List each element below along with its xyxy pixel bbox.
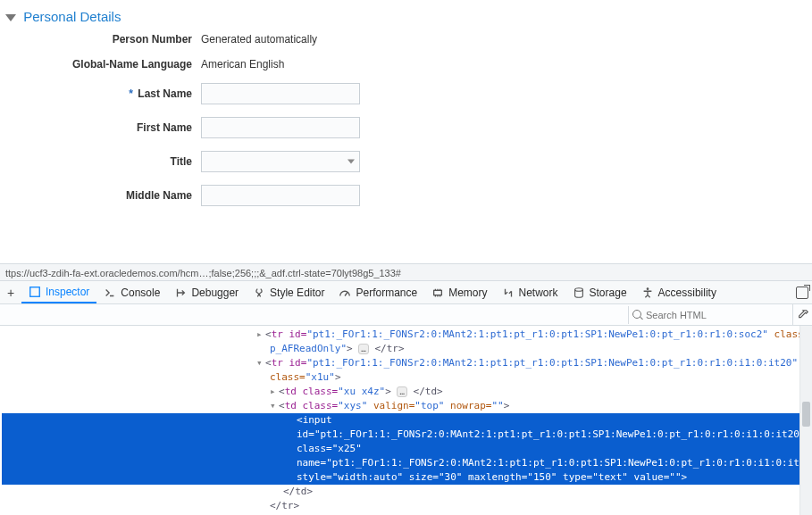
required-icon: * — [129, 87, 133, 100]
storage-icon — [573, 287, 585, 299]
label-first-name: First Name — [0, 121, 201, 134]
page-url-tooltip: ttps://ucf3-zdih-fa-ext.oracledemos.com/… — [0, 263, 812, 281]
dom-row[interactable]: ▸<td class="xu x4z"> … </td> — [2, 385, 799, 399]
dom-row-selected[interactable]: name="pt1:_FOr1:1:_FONSr2:0:MAnt2:1:pt1:… — [2, 456, 799, 470]
tab-console[interactable]: Console — [96, 281, 167, 303]
expand-icon[interactable]: ▸ — [256, 328, 265, 342]
ellipsis-icon[interactable]: … — [397, 386, 406, 397]
devtools-search-row — [0, 304, 812, 326]
tab-debugger[interactable]: Debugger — [167, 281, 246, 303]
accessibility-icon — [641, 287, 654, 299]
inspector-icon — [29, 286, 41, 298]
value-person-number: Generated automatically — [201, 33, 317, 46]
middle-name-input[interactable] — [201, 185, 360, 206]
ellipsis-icon[interactable]: … — [358, 344, 368, 354]
memory-icon — [431, 287, 444, 299]
dom-tree[interactable]: ▸<tr id="pt1:_FOr1:1:_FONSr2:0:MAnt2:1:p… — [0, 326, 799, 515]
label-person-number: Person Number — [0, 33, 201, 46]
collapse-icon[interactable]: ▾ — [256, 356, 265, 370]
collapse-icon[interactable] — [5, 14, 16, 21]
label-middle-name: Middle Name — [0, 189, 201, 202]
html-search-box[interactable] — [628, 306, 792, 324]
devtools-newtab-button[interactable]: + — [0, 281, 21, 303]
console-icon — [104, 287, 116, 299]
row-title: Title — [0, 151, 812, 172]
dom-scrollbar[interactable] — [799, 326, 812, 515]
style-editor-icon — [253, 287, 265, 299]
last-name-input[interactable] — [201, 83, 360, 104]
label-global-name-lang: Global-Name Language — [0, 58, 201, 71]
expand-icon[interactable]: ▸ — [270, 385, 279, 399]
tab-memory[interactable]: Memory — [424, 281, 494, 303]
tab-style-editor[interactable]: Style Editor — [246, 281, 331, 303]
row-middle-name: Middle Name — [0, 185, 812, 206]
personal-details-form: Personal Details Person Number Generated… — [0, 0, 812, 263]
row-global-name-lang: Global-Name Language American English — [0, 58, 812, 71]
scrollbar-thumb[interactable] — [802, 402, 810, 427]
label-title: Title — [0, 155, 201, 168]
dom-row-selected[interactable]: <input — [2, 413, 799, 428]
html-search-input[interactable] — [646, 306, 789, 324]
title-select-display[interactable] — [201, 151, 360, 172]
value-global-name-lang: American English — [201, 58, 284, 71]
row-last-name: * Last Name — [0, 83, 812, 104]
section-header[interactable]: Personal Details — [0, 7, 812, 33]
dom-row[interactable]: p_AFReadOnly"> … </tr> — [2, 342, 799, 356]
section-title-text: Personal Details — [23, 9, 121, 24]
tab-accessibility[interactable]: Accessibility — [634, 281, 724, 303]
svg-point-2 — [574, 287, 582, 291]
search-icon — [632, 310, 643, 320]
tab-network[interactable]: Network — [495, 281, 565, 303]
devtools-tabbar: + Inspector Console Debugger Style Edito… — [0, 281, 812, 304]
eyedropper-button[interactable] — [792, 304, 812, 325]
first-name-input[interactable] — [201, 117, 360, 138]
row-first-name: First Name — [0, 117, 812, 138]
dom-row[interactable]: </tr> — [2, 499, 799, 513]
svg-rect-0 — [30, 287, 40, 296]
title-select[interactable] — [201, 151, 360, 172]
dom-panel: ▸<tr id="pt1:_FOr1:1:_FONSr2:0:MAnt2:1:p… — [0, 326, 812, 515]
debugger-icon — [174, 287, 187, 299]
row-person-number: Person Number Generated automatically — [0, 33, 812, 46]
svg-rect-1 — [434, 290, 442, 295]
svg-point-3 — [646, 287, 649, 290]
dom-row-selected[interactable]: style="width:auto" size="30" maxlength="… — [2, 470, 799, 485]
collapse-icon[interactable]: ▾ — [270, 399, 279, 413]
network-icon — [502, 287, 515, 299]
performance-icon — [339, 287, 351, 299]
dom-row-selected[interactable]: id="pt1:_FOr1:1:_FONSr2:0:MAnt2:1:pt1:pt… — [2, 428, 799, 442]
eyedropper-icon — [797, 309, 809, 321]
dom-row[interactable]: ▸<tr id="pt1:_FOr1:1:_FONSr2:0:MAnt2:1:p… — [2, 328, 799, 342]
tab-performance[interactable]: Performance — [331, 281, 424, 303]
dom-row[interactable]: ▾<tr id="pt1:_FOr1:1:_FONSr2:0:MAnt2:1:p… — [2, 356, 799, 370]
tab-storage[interactable]: Storage — [565, 281, 634, 303]
dom-row[interactable]: </td> — [2, 485, 799, 499]
label-last-name: * Last Name — [0, 87, 201, 100]
tab-inspector[interactable]: Inspector — [21, 281, 96, 303]
dom-row[interactable]: class="x1u"> — [2, 370, 799, 385]
dom-row[interactable]: ▾<td class="xys" valign="top" nowrap=""> — [2, 399, 799, 413]
dom-row-selected[interactable]: class="x25" — [2, 442, 799, 456]
devtools-popout-icon[interactable] — [796, 287, 808, 299]
